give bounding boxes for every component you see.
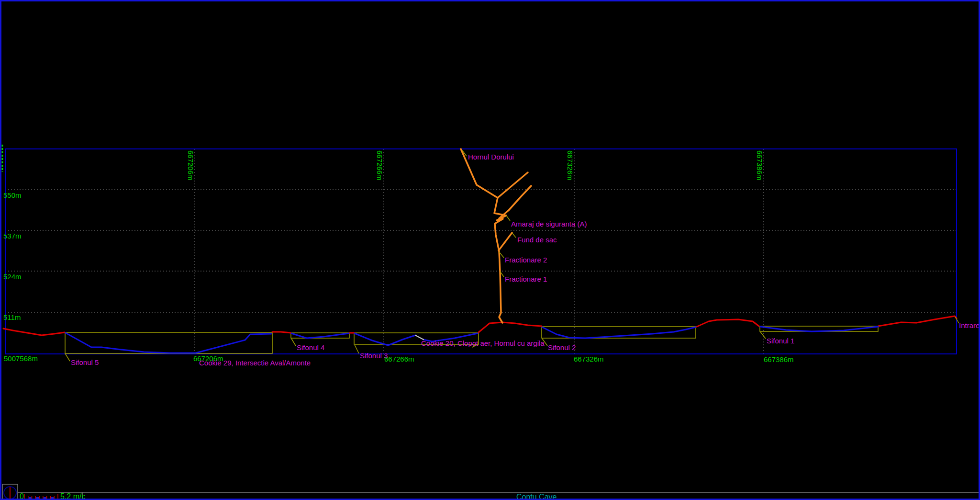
scale-value-label: 5.2 m/c: [60, 492, 85, 500]
station-label: Fractionare 2: [505, 256, 547, 264]
survey-line-blue: [291, 333, 349, 338]
bottom-axis-label: 667266m: [384, 355, 414, 363]
station-label: Cookie 29, Intersectie Aval/Amonte: [199, 359, 311, 367]
survey-line-red: [3, 329, 65, 335]
station-label: Sifonul 5: [71, 358, 99, 366]
survey-line-orange: [499, 233, 512, 250]
scale-ruler-band: [51, 497, 54, 499]
survey-line-blue: [542, 327, 696, 338]
easting-axis-label-rotated: 667326m: [566, 150, 574, 181]
bottom-axis-label: 667326m: [574, 355, 604, 363]
easting-axis-label-rotated: 667206m: [187, 150, 195, 181]
station-label: Hornul Dorului: [468, 153, 514, 161]
elevation-axis-label: 550m: [3, 191, 22, 199]
elevation-axis-label: 537m: [3, 232, 22, 240]
window: 550m537m524m511m667206m667266m667326m667…: [0, 0, 980, 500]
label-leader-line: [760, 332, 766, 339]
scale-ruler-band: [44, 497, 46, 499]
station-label: Fractionare 1: [505, 275, 547, 283]
label-leader-line: [65, 353, 70, 361]
cave-name-label: Contu Cave: [516, 493, 557, 500]
elevation-axis-label: 511m: [3, 313, 21, 321]
station-label: Fund de sac: [517, 236, 557, 244]
survey-line-blue: [355, 333, 415, 345]
survey-line-orange: [499, 186, 531, 218]
compass-icon[interactable]: [2, 484, 18, 500]
survey-line-blue: [66, 333, 271, 353]
survey-line-red: [696, 319, 759, 327]
survey-line-red: [479, 322, 542, 332]
bottom-axis-label: 667386m: [764, 355, 794, 364]
station-label: Intrare: [959, 321, 980, 330]
station-label: Sifonul 1: [767, 337, 794, 345]
plot-border: [5, 149, 957, 354]
survey-line-orange: [461, 149, 506, 323]
bottom-axis-label: 5007568m: [4, 354, 38, 363]
scale-zero-label: 0: [20, 492, 24, 500]
station-label: Sifonul 3: [360, 352, 388, 360]
elevation-axis-label: 524m: [3, 273, 22, 281]
station-label: Sifonul 4: [297, 343, 324, 352]
label-leader-line: [291, 339, 296, 346]
label-leader-line: [506, 216, 510, 221]
scale-ruler-band: [29, 497, 32, 499]
label-leader-line: [512, 233, 516, 238]
survey-line-blue: [760, 327, 878, 331]
station-label: Sifonul 2: [548, 343, 576, 352]
survey-line-red: [272, 332, 291, 333]
easting-axis-label-rotated: 667386m: [756, 150, 764, 181]
label-leader-line: [355, 345, 359, 353]
sump-outline-box: [65, 332, 272, 353]
scale-ruler-band: [36, 497, 39, 499]
station-label: Cookie 20, Clopot aer, Hornul cu argila: [421, 339, 545, 347]
survey-line-red: [878, 316, 957, 326]
survey-scene-svg[interactable]: [1, 1, 980, 500]
station-label: Amaraj de siguranta (A): [511, 220, 587, 228]
easting-axis-label-rotated: 667266m: [376, 150, 384, 181]
